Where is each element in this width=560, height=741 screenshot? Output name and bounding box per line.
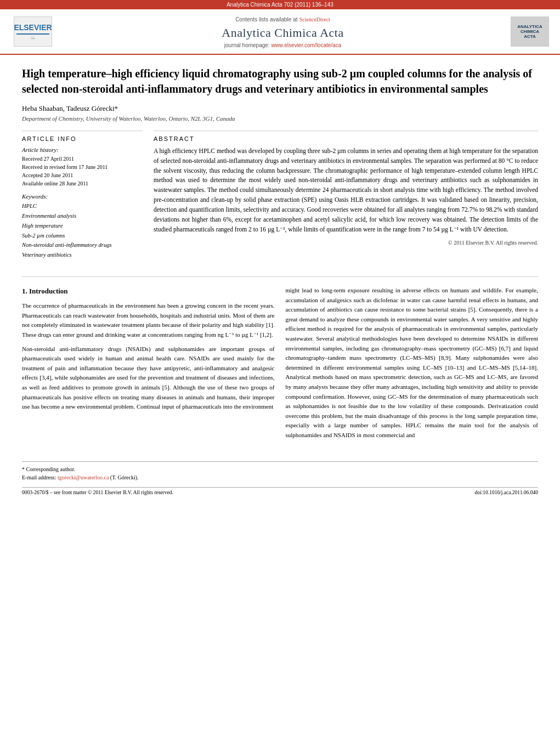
homepage-label: journal homepage:: [224, 42, 270, 48]
contents-line: Contents lists available at ScienceDirec…: [55, 15, 511, 24]
keyword-2: Environmental analysis: [22, 211, 143, 221]
footer-doi: doi:10.1016/j.aca.2011.06.040: [475, 490, 538, 495]
keyword-1: HPLC: [22, 201, 143, 211]
intro-paragraph-2: Non-steroidal anti-inflammatory drugs (N…: [22, 344, 275, 412]
footer: * Corresponding author. E-mail address: …: [22, 461, 538, 495]
accepted-date: Accepted 20 June 2011: [22, 171, 143, 179]
abstract-column: ABSTRACT A high efficiency HPLC method w…: [154, 131, 538, 265]
article-container: High temperature–high efficiency liquid …: [0, 55, 560, 456]
abstract-header: ABSTRACT: [154, 135, 538, 142]
article-info-abstract-section: ARTICLE INFO Article history: Received 2…: [22, 131, 538, 265]
keyword-6: Veterinary antibiotics: [22, 250, 143, 260]
intro-right-column: might lead to long-term exposure resulti…: [286, 286, 539, 445]
article-history-label: Article history:: [22, 146, 143, 153]
introduction-section: 1. Introduction The occurrence of pharma…: [22, 286, 538, 445]
keyword-5: Non-steroidal anti-inflammatory drugs: [22, 240, 143, 250]
journal-header: ELSEVIER 📖 Contents lists available at S…: [0, 9, 560, 55]
footer-bottom: 0003-2670/$ – see front matter © 2011 El…: [22, 487, 538, 495]
journal-header-center: Contents lists available at ScienceDirec…: [55, 15, 511, 48]
affiliation: Department of Chemistry, University of W…: [22, 115, 538, 122]
email-label: E-mail address:: [22, 474, 56, 480]
keyword-4: Sub-2 µm columns: [22, 231, 143, 241]
contents-text: Contents lists available at: [235, 16, 297, 22]
keywords-list: HPLC Environmental analysis High tempera…: [22, 201, 143, 260]
intro-paragraph-1: The occurrence of pharmaceuticals in the…: [22, 301, 275, 340]
section-name: Introduction: [29, 287, 68, 295]
journal-citation: Analytica Chimica Acta 702 (2011) 136–14…: [227, 2, 333, 8]
elsevier-logo: ELSEVIER 📖: [11, 16, 55, 47]
section-divider: [22, 276, 538, 277]
article-info-column: ARTICLE INFO Article history: Received 2…: [22, 131, 143, 265]
homepage-url[interactable]: www.elsevier.com/locate/aca: [271, 42, 341, 48]
keywords-label: Keywords:: [22, 193, 143, 200]
analytica-logo: ANALYTICACHIMICAACTA: [511, 16, 549, 47]
email-person: (T. Górecki).: [110, 474, 139, 480]
journal-homepage: journal homepage: www.elsevier.com/locat…: [55, 42, 511, 48]
keyword-3: High temperature: [22, 221, 143, 231]
footer-license: 0003-2670/$ – see front matter © 2011 El…: [22, 490, 173, 495]
intro-right-paragraph-1: might lead to long-term exposure resulti…: [286, 286, 539, 440]
footnote: * Corresponding author. E-mail address: …: [22, 465, 538, 482]
author-names: Heba Shaaban, Tadeusz Górecki*: [22, 104, 118, 112]
revised-date: Received in revised form 17 June 2011: [22, 163, 143, 171]
section-title: 1. Introduction: [22, 286, 275, 297]
elsevier-logo-box: ELSEVIER 📖: [14, 16, 52, 47]
authors: Heba Shaaban, Tadeusz Górecki*: [22, 104, 538, 113]
received-date: Received 27 April 2011: [22, 155, 143, 163]
article-history-group: Article history: Received 27 April 2011 …: [22, 146, 143, 188]
footnote-star: * Corresponding author.: [22, 466, 75, 472]
intro-left-column: 1. Introduction The occurrence of pharma…: [22, 286, 275, 445]
journal-title: Analytica Chimica Acta: [55, 26, 511, 40]
abstract-text: A high efficiency HPLC method was develo…: [154, 146, 538, 234]
copyright: © 2011 Elsevier B.V. All rights reserved…: [154, 240, 538, 246]
keywords-group: Keywords: HPLC Environmental analysis Hi…: [22, 193, 143, 260]
sciencedirect-link[interactable]: ScienceDirect: [299, 16, 330, 22]
article-title: High temperature–high efficiency liquid …: [22, 66, 538, 97]
article-info-header: ARTICLE INFO: [22, 135, 143, 142]
section-number: 1.: [22, 287, 27, 295]
email-address[interactable]: tgorecki@uwaterloo.ca: [58, 474, 109, 480]
available-date: Available online 28 June 2011: [22, 179, 143, 188]
journal-citation-bar: Analytica Chimica Acta 702 (2011) 136–14…: [0, 0, 560, 9]
